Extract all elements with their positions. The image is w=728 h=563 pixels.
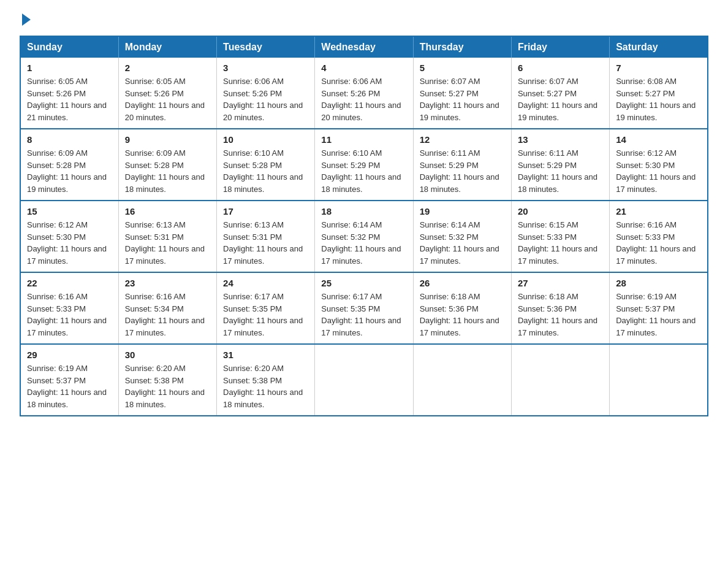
day-number: 13 [518, 134, 603, 145]
day-info: Sunrise: 6:14 AMSunset: 5:32 PMDaylight:… [321, 219, 406, 267]
day-number: 31 [223, 350, 308, 360]
day-number: 24 [223, 278, 308, 288]
day-info: Sunrise: 6:13 AMSunset: 5:31 PMDaylight:… [125, 219, 210, 267]
day-number: 9 [125, 134, 210, 145]
day-info: Sunrise: 6:05 AMSunset: 5:26 PMDaylight:… [27, 75, 112, 123]
calendar-day-header: Friday [511, 36, 609, 58]
calendar-day-cell: 21Sunrise: 6:16 AMSunset: 5:33 PMDayligh… [610, 201, 708, 272]
day-number: 21 [616, 206, 701, 216]
calendar-day-cell: 18Sunrise: 6:14 AMSunset: 5:32 PMDayligh… [315, 201, 413, 272]
calendar-day-cell: 26Sunrise: 6:18 AMSunset: 5:36 PMDayligh… [413, 272, 511, 344]
calendar-week-row: 15Sunrise: 6:12 AMSunset: 5:30 PMDayligh… [20, 201, 708, 272]
calendar-day-cell: 10Sunrise: 6:10 AMSunset: 5:28 PMDayligh… [217, 129, 315, 201]
day-number: 28 [616, 278, 701, 288]
day-number: 2 [125, 63, 210, 73]
calendar-day-cell [511, 344, 609, 416]
calendar-day-cell: 5Sunrise: 6:07 AMSunset: 5:27 PMDaylight… [413, 58, 511, 129]
calendar-day-header: Saturday [610, 36, 708, 58]
day-info: Sunrise: 6:14 AMSunset: 5:32 PMDaylight:… [420, 219, 505, 267]
calendar-day-cell: 23Sunrise: 6:16 AMSunset: 5:34 PMDayligh… [118, 272, 216, 344]
day-info: Sunrise: 6:16 AMSunset: 5:34 PMDaylight:… [125, 291, 210, 339]
day-number: 16 [125, 206, 210, 216]
day-info: Sunrise: 6:19 AMSunset: 5:37 PMDaylight:… [616, 291, 701, 339]
calendar-day-cell: 30Sunrise: 6:20 AMSunset: 5:38 PMDayligh… [118, 344, 216, 416]
day-info: Sunrise: 6:19 AMSunset: 5:37 PMDaylight:… [27, 362, 112, 410]
calendar-day-cell: 9Sunrise: 6:09 AMSunset: 5:28 PMDaylight… [118, 129, 216, 201]
calendar-day-cell: 15Sunrise: 6:12 AMSunset: 5:30 PMDayligh… [20, 201, 118, 272]
calendar-day-cell: 28Sunrise: 6:19 AMSunset: 5:37 PMDayligh… [610, 272, 708, 344]
day-info: Sunrise: 6:09 AMSunset: 5:28 PMDaylight:… [27, 147, 112, 195]
day-info: Sunrise: 6:10 AMSunset: 5:29 PMDaylight:… [321, 147, 406, 195]
day-info: Sunrise: 6:17 AMSunset: 5:35 PMDaylight:… [223, 291, 308, 339]
day-number: 26 [420, 278, 505, 288]
day-info: Sunrise: 6:05 AMSunset: 5:26 PMDaylight:… [125, 75, 210, 123]
calendar-day-header: Wednesday [315, 36, 413, 58]
day-number: 17 [223, 206, 308, 216]
calendar-day-cell: 4Sunrise: 6:06 AMSunset: 5:26 PMDaylight… [315, 58, 413, 129]
day-number: 7 [616, 63, 701, 73]
calendar-day-cell [413, 344, 511, 416]
calendar-day-cell: 13Sunrise: 6:11 AMSunset: 5:29 PMDayligh… [511, 129, 609, 201]
day-number: 11 [321, 134, 406, 145]
day-number: 25 [321, 278, 406, 288]
logo-arrow-icon [22, 13, 31, 26]
day-info: Sunrise: 6:09 AMSunset: 5:28 PMDaylight:… [125, 147, 210, 195]
calendar-table: SundayMondayTuesdayWednesdayThursdayFrid… [20, 36, 708, 416]
day-info: Sunrise: 6:15 AMSunset: 5:33 PMDaylight:… [518, 219, 603, 267]
calendar-day-cell: 25Sunrise: 6:17 AMSunset: 5:35 PMDayligh… [315, 272, 413, 344]
day-number: 8 [27, 134, 112, 145]
logo [20, 15, 31, 23]
calendar-day-header: Thursday [413, 36, 511, 58]
calendar-header-row: SundayMondayTuesdayWednesdayThursdayFrid… [20, 36, 708, 58]
day-info: Sunrise: 6:11 AMSunset: 5:29 PMDaylight:… [518, 147, 603, 195]
day-info: Sunrise: 6:18 AMSunset: 5:36 PMDaylight:… [420, 291, 505, 339]
calendar-day-header: Tuesday [217, 36, 315, 58]
day-number: 15 [27, 206, 112, 216]
day-info: Sunrise: 6:16 AMSunset: 5:33 PMDaylight:… [27, 291, 112, 339]
calendar-day-cell: 12Sunrise: 6:11 AMSunset: 5:29 PMDayligh… [413, 129, 511, 201]
day-number: 12 [420, 134, 505, 145]
day-number: 6 [518, 63, 603, 73]
day-info: Sunrise: 6:16 AMSunset: 5:33 PMDaylight:… [616, 219, 701, 267]
calendar-week-row: 29Sunrise: 6:19 AMSunset: 5:37 PMDayligh… [20, 344, 708, 416]
day-number: 4 [321, 63, 406, 73]
calendar-week-row: 22Sunrise: 6:16 AMSunset: 5:33 PMDayligh… [20, 272, 708, 344]
calendar-day-cell [315, 344, 413, 416]
day-number: 14 [616, 134, 701, 145]
day-number: 1 [27, 63, 112, 73]
page-header [20, 15, 708, 23]
day-info: Sunrise: 6:17 AMSunset: 5:35 PMDaylight:… [321, 291, 406, 339]
calendar-day-cell: 29Sunrise: 6:19 AMSunset: 5:37 PMDayligh… [20, 344, 118, 416]
day-number: 3 [223, 63, 308, 73]
day-number: 22 [27, 278, 112, 288]
day-info: Sunrise: 6:13 AMSunset: 5:31 PMDaylight:… [223, 219, 308, 267]
day-info: Sunrise: 6:08 AMSunset: 5:27 PMDaylight:… [616, 75, 701, 123]
day-number: 10 [223, 134, 308, 145]
day-number: 23 [125, 278, 210, 288]
calendar-day-cell: 2Sunrise: 6:05 AMSunset: 5:26 PMDaylight… [118, 58, 216, 129]
calendar-day-cell: 20Sunrise: 6:15 AMSunset: 5:33 PMDayligh… [511, 201, 609, 272]
day-number: 19 [420, 206, 505, 216]
calendar-day-cell: 3Sunrise: 6:06 AMSunset: 5:26 PMDaylight… [217, 58, 315, 129]
calendar-day-cell: 19Sunrise: 6:14 AMSunset: 5:32 PMDayligh… [413, 201, 511, 272]
calendar-day-cell: 17Sunrise: 6:13 AMSunset: 5:31 PMDayligh… [217, 201, 315, 272]
calendar-day-cell: 27Sunrise: 6:18 AMSunset: 5:36 PMDayligh… [511, 272, 609, 344]
calendar-day-cell: 22Sunrise: 6:16 AMSunset: 5:33 PMDayligh… [20, 272, 118, 344]
calendar-day-cell: 11Sunrise: 6:10 AMSunset: 5:29 PMDayligh… [315, 129, 413, 201]
day-info: Sunrise: 6:06 AMSunset: 5:26 PMDaylight:… [321, 75, 406, 123]
calendar-day-header: Sunday [20, 36, 118, 58]
day-number: 27 [518, 278, 603, 288]
calendar-week-row: 8Sunrise: 6:09 AMSunset: 5:28 PMDaylight… [20, 129, 708, 201]
day-info: Sunrise: 6:06 AMSunset: 5:26 PMDaylight:… [223, 75, 308, 123]
day-number: 29 [27, 350, 112, 360]
calendar-week-row: 1Sunrise: 6:05 AMSunset: 5:26 PMDaylight… [20, 58, 708, 129]
day-info: Sunrise: 6:20 AMSunset: 5:38 PMDaylight:… [125, 362, 210, 410]
calendar-day-cell: 24Sunrise: 6:17 AMSunset: 5:35 PMDayligh… [217, 272, 315, 344]
day-info: Sunrise: 6:18 AMSunset: 5:36 PMDaylight:… [518, 291, 603, 339]
calendar-day-cell: 8Sunrise: 6:09 AMSunset: 5:28 PMDaylight… [20, 129, 118, 201]
day-info: Sunrise: 6:07 AMSunset: 5:27 PMDaylight:… [518, 75, 603, 123]
day-info: Sunrise: 6:12 AMSunset: 5:30 PMDaylight:… [27, 219, 112, 267]
day-info: Sunrise: 6:10 AMSunset: 5:28 PMDaylight:… [223, 147, 308, 195]
calendar-day-cell: 7Sunrise: 6:08 AMSunset: 5:27 PMDaylight… [610, 58, 708, 129]
calendar-day-header: Monday [118, 36, 216, 58]
